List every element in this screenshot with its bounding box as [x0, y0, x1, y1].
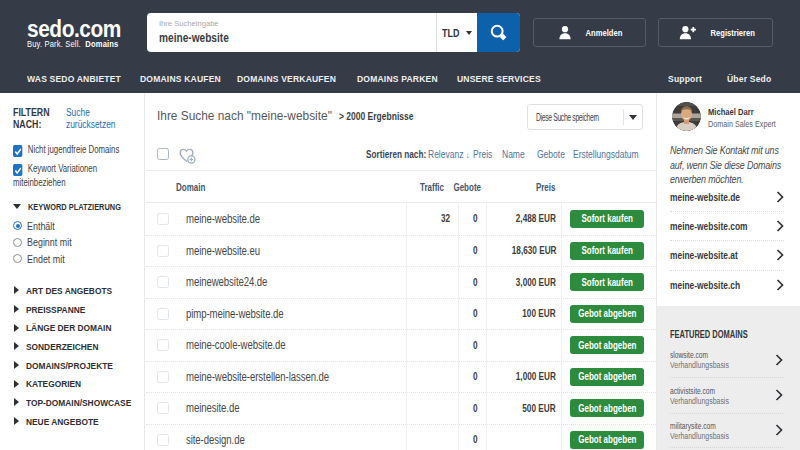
domain-link[interactable]: meine-website.de — [186, 212, 260, 226]
contact-domain-list: meine-website.demeine-website.commeine-w… — [670, 182, 784, 299]
sort-label: Sortieren nach: — [366, 149, 426, 160]
user-plus-icon — [679, 25, 696, 40]
nav-item-2[interactable]: DOMAINS KAUFEN — [140, 73, 221, 84]
triangle-down-icon — [13, 204, 21, 209]
select-all-checkbox[interactable] — [157, 148, 169, 160]
domain-link[interactable]: pimp-meine-website.de — [186, 307, 284, 321]
search-button[interactable] — [477, 13, 520, 52]
row-checkbox[interactable] — [157, 371, 169, 383]
radio-endet-mit[interactable]: Endet mit — [13, 253, 71, 265]
table-row: meine-website.de3202,488 EURSofort kaufe… — [146, 203, 656, 235]
domain-link[interactable]: meine-website-erstellen-lassen.de — [186, 370, 329, 384]
bids-cell: 0 — [458, 267, 486, 298]
nav-item-4[interactable]: DOMAINS PARKEN — [357, 73, 438, 84]
save-search-button[interactable]: Diese Suche speichern — [527, 104, 643, 130]
radio-beginnt-mit[interactable]: Beginnt mit — [13, 236, 80, 248]
bids-cell: 0 — [458, 203, 486, 235]
domain-link[interactable]: meine-coole-website.de — [186, 338, 286, 352]
radio-enth-lt[interactable]: Enthält — [13, 220, 60, 232]
row-checkbox[interactable] — [157, 434, 169, 446]
sort-desc-arrow-icon: ↓ — [466, 150, 470, 160]
featured-domain-item[interactable]: militarysite.comVerhandlungsbasis — [670, 413, 783, 448]
nav-item-5[interactable]: UNSERE SERVICES — [457, 73, 541, 84]
triangle-right-icon — [14, 417, 19, 425]
table-row: meinewebsite24.de03,000 EURSofort kaufen — [146, 266, 656, 298]
traffic-cell — [406, 267, 458, 298]
search-placeholder-label: Ihre Sucheingabe — [159, 19, 219, 28]
sort-preis[interactable]: Preis — [473, 149, 492, 160]
domain-link[interactable]: meinesite.de — [186, 401, 239, 415]
tld-dropdown[interactable]: TLD — [436, 13, 477, 52]
featured-domain-basis: Verhandlungsbasis — [670, 431, 729, 441]
nav-right-item-2[interactable]: Über Sedo — [727, 73, 771, 84]
contact-domain-item[interactable]: meine-website.at — [670, 240, 784, 269]
nav-right-item-1[interactable]: Support — [668, 73, 702, 84]
col-gebote[interactable]: Gebote — [450, 182, 478, 193]
featured-domain-item[interactable]: activistsite.comVerhandlungsbasis — [670, 377, 783, 412]
table-row: site-design.de0Gebot abgeben — [146, 424, 656, 450]
contact-domain-item[interactable]: meine-website.com — [670, 211, 784, 240]
buy-now-button[interactable]: Sofort kaufen — [570, 242, 644, 260]
filter-checkbox-row-1[interactable]: Nicht jugendfreie Domains — [13, 143, 141, 157]
section-l-nge-der-domain[interactable]: LÄNGE DER DOMAIN — [13, 318, 144, 337]
traffic-cell — [406, 236, 458, 267]
sort-gebote[interactable]: Gebote — [537, 149, 565, 160]
results-table: meine-website.de3202,488 EURSofort kaufe… — [146, 203, 656, 450]
triangle-right-icon — [14, 305, 19, 313]
contact-domain-item[interactable]: meine-website.ch — [670, 270, 784, 299]
make-offer-button[interactable]: Gebot abgeben — [570, 368, 644, 386]
row-checkbox[interactable] — [157, 339, 169, 351]
heart-plus-icon[interactable] — [178, 147, 197, 169]
nav-item-1[interactable]: WAS SEDO ANBIETET — [27, 73, 121, 84]
section-kategorien[interactable]: KATEGORIEN — [13, 374, 144, 393]
reset-search-link[interactable]: Suche zurücksetzen — [66, 107, 118, 130]
section-domains-projekte[interactable]: DOMAINS/PROJEKTE — [13, 356, 144, 375]
section-art-des-angebots[interactable]: ART DES ANGEBOTS — [13, 281, 144, 300]
row-checkbox[interactable] — [157, 402, 169, 414]
login-button[interactable]: Anmelden — [533, 18, 646, 47]
domain-link[interactable]: meinewebsite24.de — [186, 275, 267, 289]
bids-cell: 0 — [458, 236, 486, 267]
section-keyword-platzierung[interactable]: KEYWORD PLATZIERUNG — [13, 201, 147, 212]
make-offer-button[interactable]: Gebot abgeben — [570, 305, 644, 323]
section-preisspanne[interactable]: PREISSPANNE — [13, 300, 144, 319]
sedo-logo[interactable]: sedo.com Buy. Park. Sell. Domains — [27, 15, 136, 49]
row-checkbox[interactable] — [157, 213, 169, 225]
domain-link[interactable]: meine-website.eu — [186, 244, 260, 258]
featured-domain-item[interactable]: slowsite.comVerhandlungsbasis — [670, 342, 783, 377]
make-offer-button[interactable]: Gebot abgeben — [570, 399, 644, 417]
radio-label: Endet mit — [27, 253, 65, 265]
make-offer-button[interactable]: Gebot abgeben — [570, 431, 644, 449]
row-checkbox[interactable] — [157, 276, 169, 288]
bids-cell: 0 — [458, 362, 486, 393]
filter-title: FILTERN NACH: — [13, 107, 54, 130]
price-cell: 500 EUR — [486, 393, 561, 424]
row-checkbox[interactable] — [157, 308, 169, 320]
search-input[interactable]: Ihre Sucheingabe meine-website — [147, 13, 436, 52]
section-top-domain-showcase[interactable]: TOP-DOMAIN/SHOWCASE — [13, 393, 144, 412]
col-preis[interactable]: Preis — [486, 182, 561, 193]
section-sonderzeichen[interactable]: SONDERZEICHEN — [13, 337, 144, 356]
sort-erstellungsdatum[interactable]: Erstellungsdatum — [573, 149, 639, 160]
table-row: meine-website-erstellen-lassen.de01,000 … — [146, 361, 656, 393]
chevron-down-icon — [629, 115, 637, 120]
results-main: Ihre Suche nach "meine-website" > 2000 E… — [146, 93, 656, 450]
register-button[interactable]: Registrieren — [658, 18, 773, 47]
section-label: NEUE ANGEBOTE — [26, 416, 99, 427]
make-offer-button[interactable]: Gebot abgeben — [570, 336, 644, 354]
sort-relevanz[interactable]: Relevanz ↓ — [428, 149, 470, 160]
section-label: TOP-DOMAIN/SHOWCASE — [26, 397, 131, 408]
contact-domain-item[interactable]: meine-website.de — [670, 182, 784, 211]
buy-now-button[interactable]: Sofort kaufen — [570, 273, 644, 291]
nav-item-3[interactable]: DOMAINS VERKAUFEN — [237, 73, 336, 84]
row-checkbox[interactable] — [157, 245, 169, 257]
bids-cell: 0 — [458, 425, 486, 450]
domain-link[interactable]: site-design.de — [186, 433, 245, 447]
chevron-right-icon — [776, 191, 784, 203]
buy-now-button[interactable]: Sofort kaufen — [570, 210, 644, 228]
col-domain[interactable]: Domain — [176, 182, 205, 193]
featured-title: FEATURED DOMAINS — [670, 329, 755, 340]
sort-name[interactable]: Name — [502, 149, 525, 160]
section-neue-angebote[interactable]: NEUE ANGEBOTE — [13, 412, 144, 431]
filter-checkbox-row-2[interactable]: Keywort Variationen miteinbeziehen — [13, 162, 141, 190]
